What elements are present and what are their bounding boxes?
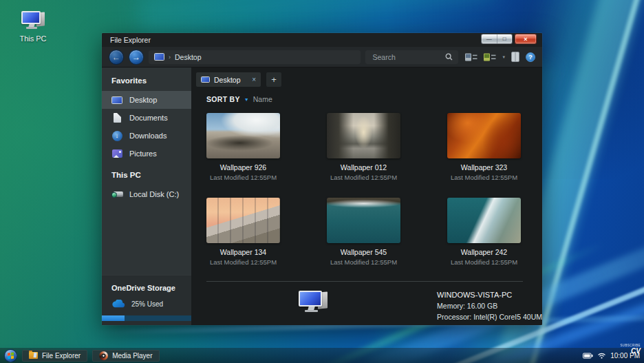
taskbar-app-file-explorer[interactable]: File Explorer xyxy=(22,350,87,362)
computer-icon xyxy=(154,53,164,61)
new-tab-button[interactable]: + xyxy=(266,72,281,87)
download-icon: ↓ xyxy=(111,131,123,141)
breadcrumb-location: Desktop xyxy=(175,53,202,61)
file-name: Wallpaper 926 xyxy=(206,163,280,172)
file-name: Wallpaper 545 xyxy=(327,248,400,256)
view-details-icon[interactable] xyxy=(484,53,496,61)
file-name: Wallpaper 134 xyxy=(206,248,280,256)
file-item[interactable]: Wallpaper 323 Last Modified 12:55PM xyxy=(447,113,521,181)
chevron-right-icon: › xyxy=(169,54,171,61)
channel-watermark: SUBSCRIBE CV xyxy=(620,344,641,355)
file-item[interactable]: Wallpaper 012 Last Modified 12:55PM xyxy=(327,113,400,181)
file-explorer-window: File Explorer — □ × ← → › Desktop xyxy=(102,33,542,325)
start-button[interactable] xyxy=(4,349,17,362)
sort-value[interactable]: Name xyxy=(253,95,272,103)
help-icon[interactable]: ? xyxy=(526,52,535,62)
breadcrumb[interactable]: › Desktop xyxy=(149,50,361,64)
sidebar-item-label: Local Disk (C:) xyxy=(129,190,179,198)
system-info: WINDOWS-VISTA-PC Memory: 16.00 GB Proces… xyxy=(191,282,542,321)
title-bar[interactable]: File Explorer — □ × xyxy=(102,33,542,47)
windows-logo-icon xyxy=(8,352,14,359)
memory-info: Memory: 16.00 GB xyxy=(437,302,542,310)
sidebar-item-documents[interactable]: Documents xyxy=(102,109,191,127)
window-body: Favorites Desktop Documents ↓ Downloads … xyxy=(102,68,542,325)
sidebar-item-downloads[interactable]: ↓ Downloads xyxy=(102,127,191,145)
forward-button[interactable]: → xyxy=(129,50,144,65)
search-input[interactable] xyxy=(371,52,441,62)
file-modified: Last Modified 12:55PM xyxy=(206,174,280,181)
taskbar-app-label: File Explorer xyxy=(42,352,80,360)
wifi-icon[interactable] xyxy=(597,352,606,359)
views-dropdown-caret-icon[interactable]: ▾ xyxy=(502,54,505,60)
file-thumbnail xyxy=(327,113,400,158)
window-title: File Explorer xyxy=(110,36,151,44)
desktop-icon-label: This PC xyxy=(14,34,52,43)
tab-desktop[interactable]: Desktop × xyxy=(196,72,261,87)
file-name: Wallpaper 012 xyxy=(327,163,400,172)
desktop-monitor-icon xyxy=(111,96,123,104)
file-modified: Last Modified 12:55PM xyxy=(327,174,400,181)
sort-caret-icon[interactable]: ▼ xyxy=(244,97,249,102)
search-icon xyxy=(445,53,453,61)
file-thumbnail xyxy=(447,198,521,243)
file-item[interactable]: Wallpaper 926 Last Modified 12:55PM xyxy=(206,113,280,181)
computer-icon xyxy=(299,290,330,316)
battery-icon[interactable] xyxy=(583,353,593,359)
media-disc-icon xyxy=(99,351,108,360)
file-grid: Wallpaper 926 Last Modified 12:55PM Wall… xyxy=(191,103,542,266)
sidebar-item-label: Documents xyxy=(129,114,168,122)
plus-icon: + xyxy=(271,74,277,85)
maximize-button[interactable]: □ xyxy=(497,34,513,43)
view-tiles-icon[interactable] xyxy=(465,53,477,61)
back-arrow-icon: ← xyxy=(112,52,120,62)
onedrive-progress-bar xyxy=(102,315,191,321)
document-icon xyxy=(111,113,123,123)
processor-info: Processor: Intel(R) CoreI5 40UM xyxy=(437,313,542,321)
wallpaper-aurora-streak xyxy=(136,0,496,35)
caption-buttons: — □ × xyxy=(481,34,537,44)
desktop-icon-this-pc[interactable]: This PC xyxy=(14,11,52,43)
search-box[interactable] xyxy=(365,50,458,64)
favorites-header: Favorites xyxy=(102,68,191,91)
sidebar-item-label: Pictures xyxy=(129,149,157,158)
file-modified: Last Modified 12:55PM xyxy=(447,174,521,181)
this-pc-icon xyxy=(20,11,46,32)
file-item[interactable]: Wallpaper 242 Last Modified 12:55PM xyxy=(447,198,521,266)
computer-name: WINDOWS-VISTA-PC xyxy=(437,290,542,299)
file-item[interactable]: Wallpaper 134 Last Modified 12:55PM xyxy=(206,198,280,266)
onedrive-cloud-icon xyxy=(111,300,126,308)
minimize-button[interactable]: — xyxy=(482,34,497,43)
sidebar-item-desktop[interactable]: Desktop xyxy=(102,91,191,109)
onedrive-storage-panel: OneDrive Storage 25% Used xyxy=(102,275,191,325)
file-modified: Last Modified 12:55PM xyxy=(206,258,280,266)
sort-bar: SORT BY ▼ Name xyxy=(191,87,542,103)
sidebar: Favorites Desktop Documents ↓ Downloads … xyxy=(102,68,191,325)
sidebar-item-pictures[interactable]: Pictures xyxy=(102,145,191,163)
tab-bar: Desktop × + xyxy=(191,68,542,87)
file-modified: Last Modified 12:55PM xyxy=(327,258,400,266)
file-thumbnail xyxy=(447,113,521,158)
file-thumbnail xyxy=(327,198,400,243)
preview-pane-icon[interactable] xyxy=(511,52,519,62)
file-thumbnail xyxy=(206,198,280,243)
taskbar-app-media-player[interactable]: Media Player xyxy=(92,350,159,362)
pictures-icon xyxy=(111,149,123,158)
file-thumbnail xyxy=(206,113,280,158)
taskbar-app-label: Media Player xyxy=(112,352,152,360)
sidebar-item-label: Downloads xyxy=(129,132,167,140)
sidebar-item-label: Desktop xyxy=(129,96,157,104)
file-item[interactable]: Wallpaper 545 Last Modified 12:55PM xyxy=(327,198,400,266)
file-modified: Last Modified 12:55PM xyxy=(447,258,521,266)
file-name: Wallpaper 242 xyxy=(447,248,521,256)
folder-icon xyxy=(29,352,38,359)
content-pane: Desktop × + SORT BY ▼ Name Wallpaper 926… xyxy=(191,68,542,325)
sidebar-item-local-disk-c[interactable]: Local Disk (C:) xyxy=(102,185,191,203)
tab-monitor-icon xyxy=(201,76,210,83)
close-button[interactable]: × xyxy=(515,34,537,44)
view-toolbar: ▾ ? xyxy=(465,52,535,62)
navigation-bar: ← → › Desktop xyxy=(102,47,542,68)
tab-close-icon[interactable]: × xyxy=(252,76,256,83)
taskbar: File Explorer Media Player 10:00 PM xyxy=(0,348,644,363)
sort-by-label: SORT BY xyxy=(206,95,240,103)
back-button[interactable]: ← xyxy=(109,50,124,65)
